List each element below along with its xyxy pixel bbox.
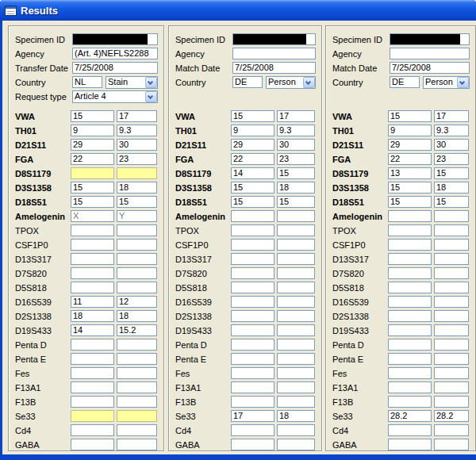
allele-input[interactable] <box>231 210 274 222</box>
allele-input[interactable] <box>388 339 432 351</box>
allele-input[interactable]: 15 <box>71 110 114 122</box>
specimen-id-input[interactable] <box>390 33 470 45</box>
allele-input[interactable] <box>231 296 274 308</box>
allele-input[interactable]: 22 <box>71 153 114 165</box>
allele-input[interactable]: 23 <box>434 153 469 165</box>
allele-input[interactable] <box>434 253 469 265</box>
allele-input[interactable]: 15 <box>117 196 157 208</box>
allele-input[interactable]: 12 <box>117 296 157 308</box>
allele-input[interactable] <box>277 253 315 265</box>
match-date-input[interactable]: 7/25/2008 <box>232 62 316 74</box>
allele-input[interactable]: 15 <box>434 167 469 179</box>
allele-input[interactable] <box>117 253 157 265</box>
allele-input[interactable] <box>388 424 432 436</box>
allele-input[interactable]: 15 <box>231 196 274 208</box>
allele-input[interactable] <box>71 381 114 393</box>
allele-input[interactable] <box>277 339 315 351</box>
allele-input[interactable] <box>71 439 114 450</box>
allele-input[interactable]: 29 <box>231 139 274 151</box>
allele-input[interactable]: 17 <box>277 110 315 122</box>
allele-input[interactable]: 28.2 <box>388 410 432 422</box>
transfer-date-input[interactable]: 7/25/2008 <box>72 62 158 74</box>
allele-input[interactable]: 9.3 <box>117 125 157 136</box>
allele-input[interactable] <box>388 282 432 293</box>
allele-input[interactable]: 15 <box>388 196 432 208</box>
allele-input[interactable] <box>388 296 432 308</box>
allele-input[interactable] <box>388 353 432 365</box>
allele-input[interactable] <box>71 396 114 408</box>
allele-input[interactable] <box>277 267 315 279</box>
allele-input[interactable] <box>388 224 432 236</box>
allele-input[interactable] <box>71 253 114 265</box>
allele-input[interactable]: X <box>71 210 114 222</box>
country-type-combo[interactable]: Person <box>423 76 470 89</box>
allele-input[interactable] <box>277 381 315 393</box>
allele-input[interactable] <box>117 396 157 408</box>
allele-input[interactable] <box>388 439 432 450</box>
allele-input[interactable] <box>117 282 157 293</box>
allele-input[interactable] <box>231 396 274 408</box>
allele-input[interactable] <box>231 310 274 322</box>
allele-input[interactable] <box>277 282 315 293</box>
allele-input[interactable] <box>388 367 432 379</box>
allele-input[interactable] <box>117 353 157 365</box>
allele-input[interactable]: 13 <box>388 167 432 179</box>
dropdown-button[interactable] <box>457 77 469 88</box>
allele-input[interactable]: 9 <box>71 125 114 136</box>
allele-input[interactable] <box>231 267 274 279</box>
title-bar[interactable]: Results <box>0 0 476 21</box>
allele-input[interactable] <box>231 324 274 336</box>
allele-input[interactable] <box>388 324 432 336</box>
country-type-combo[interactable]: Stain <box>106 76 158 89</box>
dropdown-button[interactable] <box>145 77 157 88</box>
allele-input[interactable]: 15 <box>71 182 114 194</box>
allele-input[interactable] <box>117 224 157 236</box>
allele-input[interactable] <box>277 367 315 379</box>
allele-input[interactable] <box>388 210 432 222</box>
allele-input[interactable]: 11 <box>71 296 114 308</box>
match-date-input[interactable]: 7/25/2008 <box>390 62 470 74</box>
allele-input[interactable] <box>71 367 114 379</box>
allele-input[interactable] <box>231 367 274 379</box>
allele-input[interactable] <box>388 253 432 265</box>
allele-input[interactable]: 15 <box>388 110 432 122</box>
allele-input[interactable] <box>388 267 432 279</box>
allele-input[interactable] <box>277 353 315 365</box>
allele-input[interactable] <box>231 282 274 293</box>
allele-input[interactable]: 18 <box>71 310 114 322</box>
allele-input[interactable]: 9.3 <box>277 125 315 136</box>
allele-input[interactable]: 22 <box>388 153 432 165</box>
allele-input[interactable] <box>434 210 469 222</box>
allele-input[interactable]: 29 <box>388 139 432 151</box>
country-code-input[interactable]: DE <box>232 76 263 88</box>
allele-input[interactable]: 15 <box>71 196 114 208</box>
allele-input[interactable] <box>231 353 274 365</box>
allele-input[interactable]: 22 <box>231 153 274 165</box>
allele-input[interactable] <box>71 267 114 279</box>
allele-input[interactable] <box>231 381 274 393</box>
allele-input[interactable]: 9 <box>231 125 274 136</box>
agency-input[interactable]: (Art. 4)NEFLS2288 <box>72 48 158 59</box>
allele-input[interactable] <box>434 424 469 436</box>
allele-input[interactable] <box>388 239 432 251</box>
allele-input[interactable] <box>231 424 274 436</box>
allele-input[interactable] <box>71 239 114 251</box>
allele-input[interactable]: 18 <box>117 310 157 322</box>
allele-input[interactable] <box>388 381 432 393</box>
allele-input[interactable]: 17 <box>434 110 469 122</box>
allele-input[interactable] <box>434 367 469 379</box>
agency-input[interactable] <box>232 48 316 59</box>
country-code-input[interactable]: DE <box>390 76 420 88</box>
allele-input[interactable] <box>117 367 157 379</box>
allele-input[interactable]: 18 <box>277 410 315 422</box>
allele-input[interactable] <box>277 396 315 408</box>
allele-input[interactable] <box>117 381 157 393</box>
allele-input[interactable] <box>434 267 469 279</box>
allele-input[interactable] <box>434 310 469 322</box>
allele-input[interactable]: 9.3 <box>434 125 469 136</box>
country-code-input[interactable]: NL <box>72 76 102 88</box>
allele-input[interactable] <box>434 439 469 450</box>
allele-input[interactable] <box>388 310 432 322</box>
allele-input[interactable]: 15 <box>277 167 315 179</box>
allele-input[interactable] <box>434 353 469 365</box>
